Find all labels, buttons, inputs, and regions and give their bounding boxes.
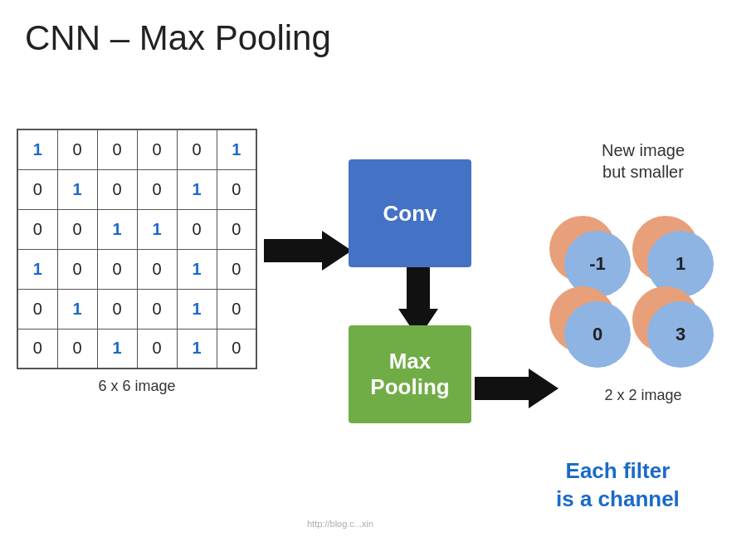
matrix-cell: 0: [137, 249, 177, 289]
matrix-cell: 0: [217, 289, 256, 329]
filter-label: Each filteris a channel: [556, 457, 680, 514]
matrix-cell: 0: [137, 129, 177, 169]
matrix-cell: 1: [177, 249, 217, 289]
matrix-cell: 0: [57, 249, 97, 289]
input-matrix: 100001010010001100100010010010001010: [17, 129, 257, 369]
matrix-cell: 0: [97, 129, 137, 169]
matrix-cell: 1: [17, 129, 57, 169]
new-image-label: New imagebut smaller: [548, 139, 739, 183]
matrix-cell: 0: [177, 129, 217, 169]
matrix-cell: 0: [217, 209, 256, 249]
arrow-matrix-to-conv: [264, 231, 352, 271]
conv-box: Conv: [349, 159, 471, 267]
arrow-body2: [475, 377, 529, 400]
matrix-cell: 0: [17, 209, 57, 249]
matrix-cell: 1: [57, 169, 97, 209]
matrix-cell: 0: [137, 329, 177, 369]
matrix-cell: 0: [17, 289, 57, 329]
matrix-cell: 0: [57, 209, 97, 249]
matrix-cell: 0: [97, 169, 137, 209]
matrix-cell: 0: [217, 249, 256, 289]
circle-front: 0: [564, 301, 631, 368]
matrix-cell: 1: [217, 129, 256, 169]
matrix-cell: 1: [57, 289, 97, 329]
matrix-cell: 0: [17, 169, 57, 209]
matrix-cell: 1: [177, 329, 217, 369]
matrix-cell: 1: [177, 289, 217, 329]
matrix-cell: 0: [57, 329, 97, 369]
page-title: CNN – Max Pooling: [25, 18, 331, 58]
matrix-cell: 1: [97, 329, 137, 369]
matrix-cell: 0: [97, 249, 137, 289]
size-label: 2 x 2 image: [548, 387, 739, 404]
matrix-cell: 0: [97, 289, 137, 329]
arrow-body-v: [407, 267, 430, 309]
matrix-cell: 0: [17, 329, 57, 369]
matrix-cell: 0: [177, 209, 217, 249]
matrix-cell: 0: [137, 169, 177, 209]
circle-front: 3: [647, 301, 714, 368]
matrix-cell: 0: [217, 169, 256, 209]
matrix-cell: 0: [57, 129, 97, 169]
matrix-cell: 1: [137, 209, 177, 249]
pool-box: MaxPooling: [349, 325, 471, 423]
matrix-cell: 1: [177, 169, 217, 209]
matrix-cell: 0: [217, 329, 256, 369]
matrix-cell: 1: [97, 209, 137, 249]
circles-grid: -1103: [548, 189, 739, 380]
circles-area: New imagebut smaller -1103 2 x 2 image: [548, 139, 739, 404]
arrow-pool-to-result: [475, 369, 558, 408]
matrix-container: 100001010010001100100010010010001010 6 x…: [17, 129, 257, 395]
arrow-head: [322, 231, 352, 271]
matrix-label: 6 x 6 image: [17, 378, 257, 395]
watermark: http://blog.c...xin: [307, 519, 373, 529]
arrow-body: [264, 239, 322, 262]
matrix-cell: 1: [17, 249, 57, 289]
matrix-cell: 0: [137, 289, 177, 329]
